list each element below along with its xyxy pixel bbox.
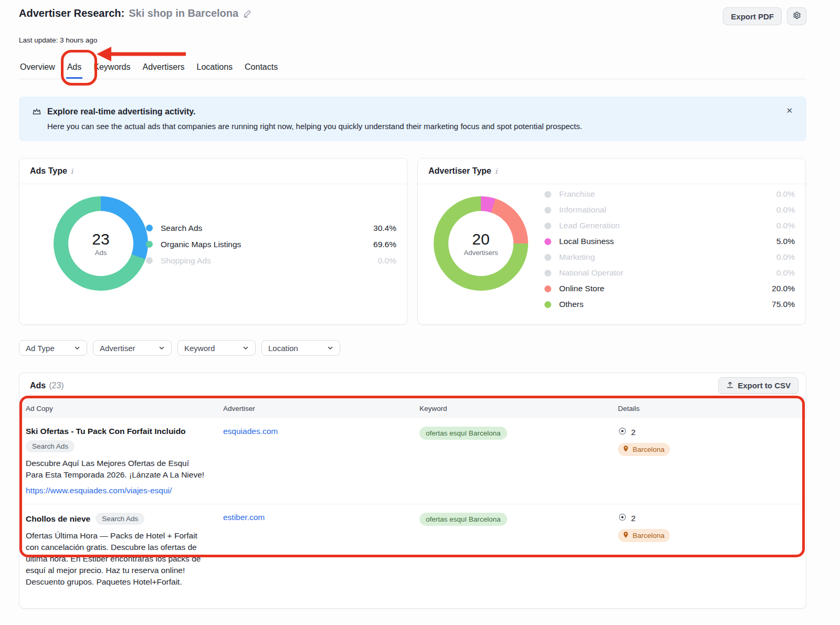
keyword-cell: ofertas esquí Barcelona	[419, 513, 618, 588]
advertiser-type-card-title: Advertiser Type	[428, 166, 491, 176]
ad-title: Chollos de nieve	[26, 514, 90, 524]
table-column-headers: Ad Copy Advertiser Keyword Details	[19, 398, 806, 418]
ad-description: Descubre Aquí Las Mejores Ofertas de Esq…	[26, 458, 207, 481]
views-count: 2	[631, 514, 636, 523]
close-icon[interactable]: ✕	[786, 106, 793, 115]
legend-item-organic-maps: Organic Maps Listings 69.6%	[146, 236, 396, 252]
col-ad-copy: Ad Copy	[26, 405, 223, 412]
keyword-badge: ofertas esquí Barcelona	[419, 427, 507, 440]
legend-dot	[544, 270, 551, 277]
ads-type-donut-chart[interactable]: 23 Ads	[54, 196, 148, 291]
ad-description: Ofertas Última Hora — Packs de Hotel + F…	[26, 530, 211, 588]
chevron-down-icon	[243, 345, 249, 351]
tab-ads[interactable]: Ads	[66, 62, 83, 72]
page-title-prefix: Advertiser Research:	[19, 7, 124, 19]
info-banner: Explore real-time advertising activity. …	[19, 97, 806, 141]
legend-item-local-business: Local Business 5.0%	[544, 234, 795, 249]
tab-keywords[interactable]: Keywords	[92, 62, 131, 72]
legend-dot	[146, 225, 153, 231]
advertiser-domain-link[interactable]: esquiades.com	[223, 427, 278, 436]
legend-item-lead-generation: Lead Generation 0.0%	[544, 218, 795, 234]
tab-contacts[interactable]: Contacts	[244, 62, 279, 72]
ad-type-badge: Search Ads	[96, 513, 144, 525]
page-title: Advertiser Research: Ski shop in Barcelo…	[19, 7, 252, 19]
page-title-query: Ski shop in Barcelona	[129, 7, 238, 19]
advertiser-domain-link[interactable]: estiber.com	[223, 513, 265, 522]
chart-cards-row: Ads Type i 23 Ads Search Ads 30.4%	[19, 158, 806, 325]
tab-overview[interactable]: Overview	[19, 62, 56, 72]
legend-dot	[544, 191, 551, 198]
chevron-down-icon	[159, 345, 165, 351]
views-icon	[618, 427, 627, 438]
legend-dot	[544, 207, 551, 214]
filter-advertiser[interactable]: Advertiser	[93, 340, 172, 356]
chevron-down-icon	[327, 345, 333, 351]
legend-dot	[544, 223, 551, 229]
ad-display-url-link[interactable]: https://www.esquiades.com/viajes-esqui/	[26, 486, 172, 495]
ad-copy-cell: Ski Ofertas - Tu Pack Con Forfait Inclui…	[26, 427, 223, 495]
legend-dot	[146, 241, 153, 248]
table-row: Ski Ofertas - Tu Pack Con Forfait Inclui…	[19, 418, 806, 504]
keyword-cell: ofertas esquí Barcelona	[419, 427, 618, 495]
advertiser-type-legend: Franchise 0.0% Informational 0.0% Lead G…	[544, 186, 795, 312]
filter-ad-type[interactable]: Ad Type	[19, 340, 87, 356]
header-actions: Export PDF	[723, 7, 806, 25]
location-pin-icon	[622, 445, 629, 454]
advertiser-research-page: Advertiser Research: Ski shop in Barcelo…	[19, 0, 806, 609]
info-icon[interactable]: i	[495, 167, 497, 175]
advertiser-type-donut-chart[interactable]: 20 Advertisers	[434, 196, 528, 291]
legend-dot	[544, 301, 551, 308]
ads-table-title: Ads	[30, 381, 46, 390]
ads-type-card: Ads Type i 23 Ads Search Ads 30.4%	[19, 158, 407, 325]
col-keyword: Keyword	[419, 405, 618, 412]
ads-type-legend: Search Ads 30.4% Organic Maps Listings 6…	[146, 220, 396, 269]
legend-dot	[544, 238, 551, 245]
details-cell: 2 Barcelona	[618, 513, 806, 588]
page-header: Advertiser Research: Ski shop in Barcelo…	[19, 0, 806, 25]
advertiser-type-card: Advertiser Type i 20 Advertisers Franchi…	[417, 158, 806, 325]
export-pdf-button[interactable]: Export PDF	[723, 7, 782, 25]
tab-bar: Overview Ads Keywords Advertisers Locati…	[19, 62, 806, 79]
upload-icon	[726, 381, 734, 390]
chevron-down-icon	[74, 345, 80, 351]
tab-advertisers[interactable]: Advertisers	[142, 62, 186, 72]
legend-dot	[544, 285, 551, 292]
col-advertiser: Advertiser	[223, 405, 419, 412]
advertisers-total-count: 20	[472, 230, 489, 248]
advertisers-total-label: Advertisers	[464, 249, 498, 257]
ads-table-count: (23)	[49, 381, 64, 390]
legend-item-search-ads: Search Ads 30.4%	[146, 220, 396, 236]
location-badge: Barcelona	[618, 529, 670, 542]
tab-locations[interactable]: Locations	[196, 62, 234, 72]
edit-pencil-icon[interactable]	[243, 9, 252, 18]
legend-dot	[146, 257, 153, 264]
table-row: Chollos de nieve Search Ads Ofertas Últi…	[19, 504, 806, 596]
export-csv-button[interactable]: Export to CSV	[718, 377, 799, 394]
advertiser-cell: estiber.com	[223, 513, 419, 588]
advertiser-cell: esquiades.com	[223, 427, 419, 495]
views-icon	[618, 513, 627, 524]
location-badge: Barcelona	[618, 443, 670, 456]
info-icon[interactable]: i	[71, 167, 73, 175]
filter-keyword[interactable]: Keyword	[177, 340, 256, 356]
col-details: Details	[618, 405, 806, 412]
settings-button[interactable]	[787, 7, 806, 25]
views-count: 2	[631, 428, 636, 437]
legend-item-informational: Informational 0.0%	[544, 202, 795, 218]
ads-table-card: Ads (23) Export to CSV Ad Copy Advertise…	[19, 373, 806, 609]
filter-location[interactable]: Location	[261, 340, 340, 356]
ad-title: Ski Ofertas - Tu Pack Con Forfait Inclui…	[26, 427, 223, 436]
legend-item-others: Others 75.0%	[544, 296, 795, 312]
legend-item-franchise: Franchise 0.0%	[544, 186, 795, 202]
ad-copy-cell: Chollos de nieve Search Ads Ofertas Últi…	[26, 513, 223, 588]
gear-icon	[792, 11, 801, 22]
ads-total-label: Ads	[95, 249, 107, 257]
legend-dot	[544, 254, 551, 261]
legend-item-national-operator: National Operator 0.0%	[544, 265, 795, 281]
ads-type-card-title: Ads Type	[30, 166, 67, 176]
legend-item-marketing: Marketing 0.0%	[544, 249, 795, 265]
keyword-badge: ofertas esquí Barcelona	[419, 513, 507, 526]
filter-bar: Ad Type Advertiser Keyword Location	[19, 340, 806, 356]
banner-title: Explore real-time advertising activity.	[47, 107, 195, 116]
location-pin-icon	[622, 531, 629, 540]
